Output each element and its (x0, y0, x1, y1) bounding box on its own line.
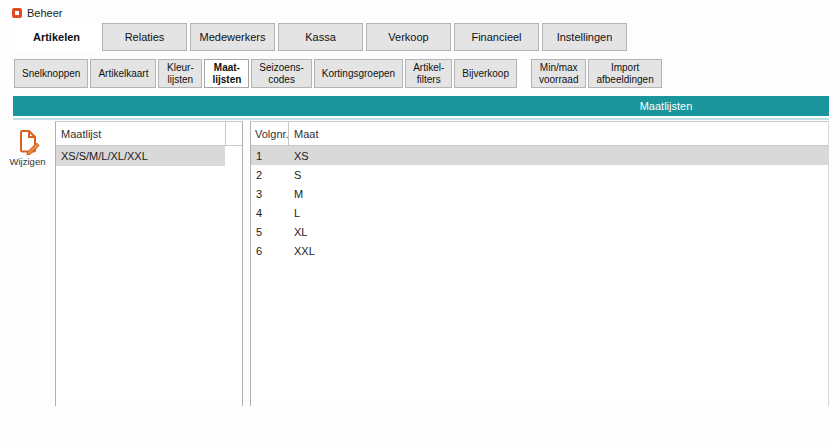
sizes-grid-row[interactable]: 3M (251, 184, 828, 203)
size-list-panel: Maatlijst XS/S/M/L/XL/XXL (55, 121, 243, 406)
edit-page-pencil-icon (15, 129, 41, 155)
edit-button-label: Wijzigen (10, 156, 46, 167)
panel-splitter[interactable] (243, 121, 250, 406)
cell-maat: M (288, 188, 303, 200)
column-header-maat: Maat (288, 128, 318, 140)
subtab-artikelkaart[interactable]: Artikelkaart (90, 59, 156, 88)
tab-instellingen[interactable]: Instellingen (542, 23, 627, 51)
section-header-bar: Maatlijsten (13, 96, 829, 116)
cell-volgnr: 1 (251, 150, 288, 162)
tab-financieel[interactable]: Financieel (454, 23, 539, 51)
section-title: Maatlijsten (640, 100, 693, 112)
subtab-maat-lijsten[interactable]: Maat- lijsten (204, 59, 249, 88)
sizes-grid-panel: Volgnr. Maat 1XS2S3M4L5XL6XXL (250, 121, 829, 406)
size-list-column-header: Maatlijst (56, 128, 101, 140)
sizes-grid-header-row: Volgnr. Maat (251, 122, 828, 146)
content-area: Wijzigen Maatlijst XS/S/M/L/XL/XXL Volgn… (0, 121, 829, 406)
window-title: Beheer (27, 7, 62, 19)
cell-maat: S (288, 169, 301, 181)
subtab-seizoens-codes[interactable]: Seizoens- codes (251, 59, 311, 88)
cell-volgnr: 2 (251, 169, 288, 181)
edit-button[interactable]: Wijzigen (8, 127, 48, 169)
subtab-artikel-filters[interactable]: Artikel- filters (405, 59, 452, 88)
app-logo-icon (12, 8, 22, 18)
sizes-grid-row[interactable]: 5XL (251, 222, 828, 241)
subtab-snelknoppen[interactable]: Snelknoppen (14, 59, 88, 88)
tab-kassa[interactable]: Kassa (278, 23, 363, 51)
cell-maat: L (288, 207, 300, 219)
sizes-grid-row[interactable]: 6XXL (251, 241, 828, 260)
cell-volgnr: 4 (251, 207, 288, 219)
tab-artikelen[interactable]: Artikelen (14, 23, 99, 51)
cell-volgnr: 3 (251, 188, 288, 200)
sizes-grid-row[interactable]: 1XS (251, 146, 828, 165)
cell-maat: XL (288, 226, 307, 238)
column-separator (288, 122, 289, 145)
subtab-min-max-voorraad[interactable]: Min/max voorraad (531, 59, 586, 88)
titlebar: Beheer (0, 0, 834, 20)
size-list-header-row: Maatlijst (56, 122, 242, 146)
sizes-grid-rows: 1XS2S3M4L5XL6XXL (251, 146, 828, 260)
tab-verkoop[interactable]: Verkoop (366, 23, 451, 51)
subtab-import-afbeeldingen[interactable]: Import afbeeldingen (588, 59, 661, 88)
subtab-kortingsgroepen[interactable]: Kortingsgroepen (314, 59, 403, 88)
main-tab-bar: ArtikelenRelatiesMedewerkersKassaVerkoop… (14, 23, 834, 51)
sizes-grid-row[interactable]: 2S (251, 165, 828, 184)
size-list-row[interactable]: XS/S/M/L/XL/XXL (56, 146, 225, 166)
cell-volgnr: 6 (251, 245, 288, 257)
section-header-underline (13, 118, 829, 120)
cell-maat: XS (288, 150, 309, 162)
size-list-rows: XS/S/M/L/XL/XXL (56, 146, 242, 166)
subtab-bijverkoop[interactable]: Bijverkoop (454, 59, 517, 88)
column-separator (225, 122, 226, 145)
tab-relaties[interactable]: Relaties (102, 23, 187, 51)
subtab-kleur-lijsten[interactable]: Kleur- lijsten (158, 59, 202, 88)
cell-volgnr: 5 (251, 226, 288, 238)
column-header-volgnr: Volgnr. (251, 128, 288, 140)
cell-maat: XXL (288, 245, 315, 257)
tab-medewerkers[interactable]: Medewerkers (190, 23, 275, 51)
sub-tab-bar: SnelknoppenArtikelkaartKleur- lijstenMaa… (14, 59, 834, 88)
sizes-grid-row[interactable]: 4L (251, 203, 828, 222)
app-window: Beheer ArtikelenRelatiesMedewerkersKassa… (0, 0, 834, 442)
tool-column: Wijzigen (0, 121, 55, 169)
